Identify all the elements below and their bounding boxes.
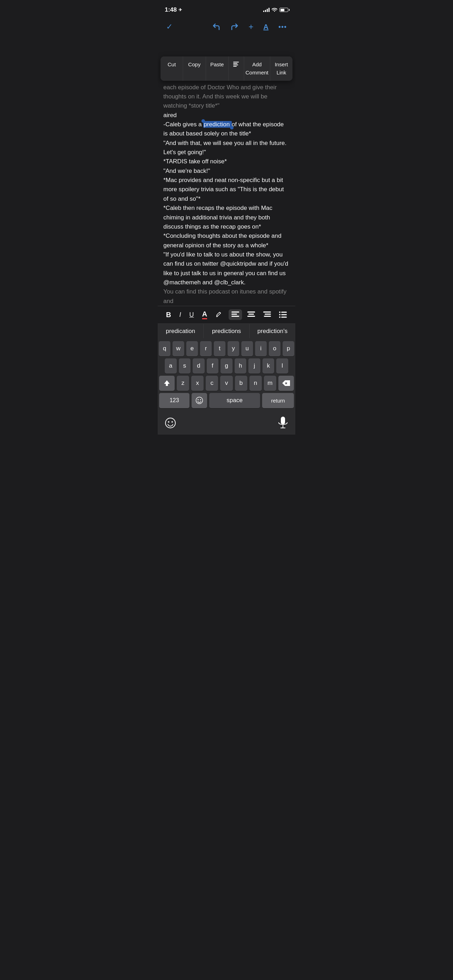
key-emoji[interactable] xyxy=(192,393,207,408)
cut-button[interactable]: Cut xyxy=(161,56,183,81)
svg-rect-4 xyxy=(231,312,239,313)
battery-fill xyxy=(280,9,285,11)
svg-rect-17 xyxy=(281,314,287,315)
align-center-button[interactable] xyxy=(245,309,258,320)
more-icon: ••• xyxy=(278,23,287,31)
editor-area[interactable]: Cut Copy Paste Add Comment Insert Link -… xyxy=(158,36,295,306)
highlight-button[interactable] xyxy=(212,309,226,321)
font-color-icon: A xyxy=(202,310,207,319)
key-e[interactable]: e xyxy=(186,341,198,356)
italic-button[interactable]: I xyxy=(176,309,184,321)
autocorrect-item-2[interactable]: predictions xyxy=(203,324,250,338)
undo-button[interactable] xyxy=(211,21,222,32)
key-l[interactable]: l xyxy=(276,358,288,374)
key-return[interactable]: return xyxy=(262,393,294,408)
selected-word-text: prediction xyxy=(203,121,230,128)
line-mac: *Mac provides and neat non-specific but … xyxy=(163,176,290,204)
format-button[interactable] xyxy=(229,56,244,81)
key-n[interactable]: n xyxy=(250,376,262,391)
svg-rect-9 xyxy=(247,316,255,317)
svg-point-25 xyxy=(168,421,169,423)
key-w[interactable]: w xyxy=(173,341,184,356)
key-u[interactable]: u xyxy=(241,341,253,356)
svg-point-26 xyxy=(172,421,173,423)
key-x[interactable]: x xyxy=(191,376,203,391)
copy-button[interactable]: Copy xyxy=(183,56,206,81)
svg-marker-20 xyxy=(164,380,170,386)
key-g[interactable]: g xyxy=(221,358,232,374)
location-icon: ✈ xyxy=(178,7,182,12)
key-s[interactable]: s xyxy=(179,358,191,374)
key-j[interactable]: j xyxy=(248,358,261,374)
key-z[interactable]: z xyxy=(177,376,189,391)
selected-word[interactable]: prediction xyxy=(203,121,231,128)
key-a[interactable]: a xyxy=(165,358,177,374)
key-q[interactable]: q xyxy=(159,341,170,356)
key-f[interactable]: f xyxy=(207,358,219,374)
key-t[interactable]: t xyxy=(214,341,226,356)
keyboard-row-bottom: 123 space return xyxy=(158,391,295,410)
line-back: "And we're back!" xyxy=(163,167,290,176)
key-numbers[interactable]: 123 xyxy=(159,393,189,408)
key-b[interactable]: b xyxy=(235,376,247,391)
bold-button[interactable]: B xyxy=(163,309,174,321)
key-d[interactable]: d xyxy=(192,358,205,374)
check-button[interactable]: ✓ xyxy=(165,21,174,33)
key-h[interactable]: h xyxy=(235,358,246,374)
svg-point-22 xyxy=(197,399,199,400)
line-prediction: -Caleb gives a prediction of what the ep… xyxy=(163,120,290,138)
key-o[interactable]: o xyxy=(269,341,280,356)
key-m[interactable]: m xyxy=(264,376,276,391)
key-i[interactable]: i xyxy=(255,341,267,356)
format-toolbar: B I U A xyxy=(158,306,295,323)
autocorrect-item-3[interactable]: prediction's xyxy=(250,324,295,338)
key-c[interactable]: c xyxy=(206,376,218,391)
emoji-button[interactable] xyxy=(165,417,176,430)
svg-point-18 xyxy=(279,317,280,318)
add-comment-button[interactable]: Add Comment xyxy=(244,56,270,81)
paste-button[interactable]: Paste xyxy=(206,56,229,81)
underline-button[interactable]: U xyxy=(187,309,197,321)
time-display: 1:48 xyxy=(165,6,177,13)
context-menu: Cut Copy Paste Add Comment Insert Link xyxy=(161,56,292,81)
line-aired: aired xyxy=(163,111,290,120)
signal-bar-4 xyxy=(269,8,270,12)
keyboard-bottom-padding xyxy=(158,410,295,414)
key-r[interactable]: r xyxy=(200,341,212,356)
key-shift[interactable] xyxy=(159,376,175,391)
svg-rect-12 xyxy=(264,316,271,317)
redo-button[interactable] xyxy=(229,21,240,32)
key-space[interactable]: space xyxy=(209,393,260,408)
key-k[interactable]: k xyxy=(262,358,275,374)
more-button[interactable]: ••• xyxy=(277,22,288,32)
signal-bars xyxy=(263,8,270,12)
key-v[interactable]: v xyxy=(220,376,232,391)
line-tardis: *TARDIS take off noise* xyxy=(163,157,290,166)
mic-button[interactable] xyxy=(278,417,288,430)
key-y[interactable]: y xyxy=(227,341,239,356)
signal-bar-3 xyxy=(267,9,268,12)
key-backspace[interactable] xyxy=(278,376,294,391)
line-twitter: "If you'd like to talk to us about the s… xyxy=(163,250,290,287)
signal-bar-2 xyxy=(265,10,266,12)
svg-rect-3 xyxy=(233,66,237,67)
add-button[interactable]: + xyxy=(247,21,255,33)
svg-rect-11 xyxy=(265,313,271,315)
autocorrect-item-1[interactable]: predication xyxy=(158,324,203,338)
svg-rect-10 xyxy=(263,312,271,313)
font-icon: A xyxy=(264,23,269,31)
line-concluding: *Concluding thoughts about the episode a… xyxy=(163,231,290,250)
plus-icon: + xyxy=(249,22,254,32)
svg-rect-19 xyxy=(281,317,287,318)
align-left-button[interactable] xyxy=(229,309,242,320)
align-right-button[interactable] xyxy=(261,309,274,320)
insert-link-button[interactable]: Insert Link xyxy=(270,56,292,81)
font-button[interactable]: A xyxy=(262,22,270,32)
list-button[interactable] xyxy=(276,309,290,320)
svg-point-14 xyxy=(279,312,280,313)
svg-rect-0 xyxy=(233,62,239,62)
svg-point-16 xyxy=(279,314,280,315)
key-p[interactable]: p xyxy=(283,341,294,356)
svg-rect-27 xyxy=(281,417,285,425)
font-color-button[interactable]: A xyxy=(199,308,210,321)
